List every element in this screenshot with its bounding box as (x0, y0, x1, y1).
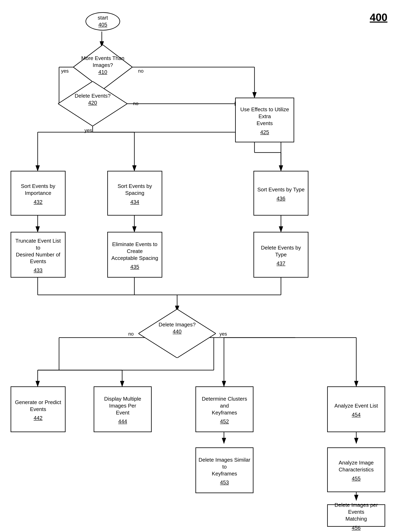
node-434-label: Sort Events by Spacing (108, 181, 162, 199)
node-436-sublabel: 436 (276, 195, 285, 202)
node-444-sublabel: 444 (118, 418, 127, 425)
node-437-sublabel: 437 (276, 260, 285, 267)
node-425-label: Use Effects to Utilize ExtraEvents (236, 104, 294, 129)
node-442: Generate or Predict Events 442 (11, 386, 66, 432)
node-452-sublabel: 452 (220, 418, 229, 425)
node-436: Sort Events by Type 436 (254, 171, 308, 216)
node-440-label: Delete Images? (147, 321, 208, 328)
node-454-sublabel: 454 (352, 411, 360, 418)
label-yes-410: yes (61, 68, 69, 74)
node-420-label: Delete Events? (65, 93, 120, 99)
node-432: Sort Events by Importance 432 (11, 171, 66, 216)
node-454-label: Analyze Event List (332, 400, 380, 411)
node-437: Delete Events by Type 437 (254, 232, 308, 278)
node-420: Delete Events? 420 no yes (58, 81, 127, 126)
node-452-label: Determine Clusters andKeyframes (196, 393, 253, 418)
node-456-sublabel: 456 (352, 524, 360, 532)
node-start-sublabel: 405 (98, 21, 107, 28)
node-456: Delete Images per EventsMatching 456 (327, 504, 385, 527)
node-425-sublabel: 425 (260, 129, 269, 136)
node-433-sublabel: 433 (34, 267, 42, 274)
flowchart-diagram: 400 start 405 More Events ThanImages? 41… (0, 0, 420, 532)
node-410-sublabel: 410 (79, 69, 126, 76)
node-455-label: Analyze ImageCharacteristics (337, 457, 376, 475)
node-410-label: More Events ThanImages? (79, 55, 126, 69)
node-453-label: Delete Images Similar toKeyframes (196, 455, 253, 479)
node-452: Determine Clusters andKeyframes 452 (195, 386, 254, 432)
node-437-label: Delete Events by Type (254, 242, 308, 260)
node-434-sublabel: 434 (130, 199, 139, 206)
node-440-sublabel: 440 (147, 328, 208, 335)
node-436-label: Sort Events by Type (255, 184, 307, 195)
node-455: Analyze ImageCharacteristics 455 (327, 448, 385, 492)
node-455-sublabel: 455 (352, 475, 360, 482)
node-start: start 405 (86, 12, 120, 30)
label-yes-420: yes (85, 127, 92, 133)
node-442-sublabel: 442 (34, 415, 42, 421)
node-456-label: Delete Images per EventsMatching (328, 500, 385, 524)
node-444-label: Display Multiple Images PerEvent (94, 393, 151, 418)
node-435: Eliminate Events to CreateAcceptable Spa… (107, 232, 162, 278)
label-no-420: no (133, 101, 138, 106)
node-435-label: Eliminate Events to CreateAcceptable Spa… (108, 239, 162, 264)
node-440: Delete Images? 440 no yes (138, 309, 216, 358)
node-444: Display Multiple Images PerEvent 444 (94, 386, 152, 432)
diagram-title: 400 (370, 11, 388, 23)
node-453: Delete Images Similar toKeyframes 453 (195, 448, 254, 493)
node-432-sublabel: 432 (34, 199, 42, 206)
node-435-sublabel: 435 (130, 264, 139, 270)
node-433: Truncate Event List toDesired Number of … (11, 232, 66, 278)
label-yes-440: yes (219, 331, 227, 337)
node-433-label: Truncate Event List toDesired Number of … (11, 236, 65, 267)
label-no-410: no (138, 68, 144, 74)
node-453-sublabel: 453 (220, 479, 229, 486)
node-start-label: start (98, 14, 108, 21)
node-434: Sort Events by Spacing 434 (107, 171, 162, 216)
node-420-sublabel: 420 (65, 99, 120, 106)
node-432-label: Sort Events by Importance (11, 181, 65, 199)
node-442-label: Generate or Predict Events (11, 397, 65, 415)
node-425: Use Effects to Utilize ExtraEvents 425 (235, 98, 294, 142)
label-no-440: no (128, 331, 134, 337)
node-454: Analyze Event List 454 (327, 386, 385, 432)
